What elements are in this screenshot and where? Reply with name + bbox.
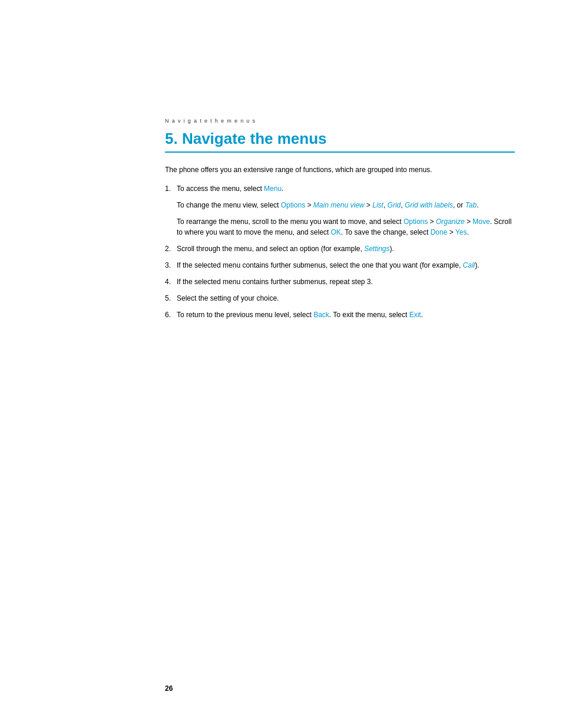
sub1-sep3: , [384,201,388,209]
sub1-sep2: > [365,201,373,209]
main-menu-view-link[interactable]: Main menu view [313,201,365,209]
sub1-sep1: > [305,201,313,209]
step-3-text-before: If the selected menu contains further su… [177,261,463,269]
ok-link[interactable]: OK [330,228,340,236]
step-2-text-after: ). [390,245,394,253]
sub1-text-before: To change the menu view, select [177,201,281,209]
step-6-text-after: . [421,311,423,319]
menu-link[interactable]: Menu [264,185,282,193]
chapter-title-text: Navigate the menus [182,130,327,147]
step-1-text-before: To access the menu, select [177,185,264,193]
options-link-1[interactable]: Options [281,201,305,209]
step-1: 1. To access the menu, select Menu. [165,183,515,194]
step-4-number: 4. [165,276,177,287]
content-area: N a v i g a t e t h e m e n u s 5. Navig… [165,0,515,320]
step-5-text: Select the setting of your choice. [177,294,279,302]
step-5-content: Select the setting of your choice. [177,293,515,304]
options-link-2[interactable]: Options [404,218,428,226]
page: N a v i g a t e t h e m e n u s 5. Navig… [0,0,562,728]
tab-link[interactable]: Tab [465,201,477,209]
step-3: 3. If the selected menu contains further… [165,260,515,271]
sub2-sep1: > [428,218,436,226]
step-6-number: 6. [165,309,177,320]
sub1-sep4: , [401,201,405,209]
grid-with-labels-link[interactable]: Grid with labels [405,201,453,209]
organize-link[interactable]: Organize [436,218,465,226]
back-link[interactable]: Back [313,311,329,319]
step-2-number: 2. [165,243,177,254]
step-4-content: If the selected menu contains further su… [177,276,515,287]
step-4: 4. If the selected menu contains further… [165,276,515,287]
step-1-text-after: . [282,185,283,193]
sub2-sep3: > [447,228,455,236]
breadcrumb: N a v i g a t e t h e m e n u s [165,118,515,124]
step-6-content: To return to the previous menu level, se… [177,309,515,320]
step-3-text-after: ). [475,261,479,269]
settings-link[interactable]: Settings [364,245,389,253]
step-5: 5. Select the setting of your choice. [165,293,515,304]
step-4-text: If the selected menu contains further su… [177,278,373,286]
chapter-number: 5. [165,130,178,147]
sub2-text-before: To rearrange the menu, scroll to the men… [177,218,404,226]
step-6-text-before: To return to the previous menu level, se… [177,311,313,319]
step-3-content: If the selected menu contains further su… [177,260,515,271]
grid-link[interactable]: Grid [388,201,401,209]
step-2-text-before: Scroll through the menu, and select an o… [177,245,364,253]
move-link[interactable]: Move [472,218,490,226]
chapter-title: 5. Navigate the menus [165,130,515,153]
sub-paragraph-2: To rearrange the menu, scroll to the men… [177,216,515,238]
done-link[interactable]: Done [431,228,448,236]
sub2-sep2: > [465,218,473,226]
step-2: 2. Scroll through the menu, and select a… [165,243,515,254]
sub-paragraph-1: To change the menu view, select Options … [177,200,515,210]
sub1-text-after: . [477,201,478,209]
yes-link[interactable]: Yes [455,228,467,236]
step-2-content: Scroll through the menu, and select an o… [177,243,515,254]
page-number: 26 [165,684,173,693]
intro-paragraph: The phone offers you an extensive range … [165,164,515,175]
list-link[interactable]: List [372,201,384,209]
step-5-number: 5. [165,293,177,304]
sub2-text-middle2: . To save the change, select [341,228,431,236]
step-3-number: 3. [165,260,177,271]
step-6-text-middle: . To exit the menu, select [329,311,409,319]
step-6: 6. To return to the previous menu level,… [165,309,515,320]
sub1-sep5: , or [453,201,465,209]
exit-link[interactable]: Exit [409,311,421,319]
step-1-number: 1. [165,183,177,194]
step-1-content: To access the menu, select Menu. [177,183,515,194]
call-link[interactable]: Call [463,261,475,269]
sub2-text-after: . [467,228,468,236]
steps-list: 1. To access the menu, select Menu. To c… [165,183,515,320]
